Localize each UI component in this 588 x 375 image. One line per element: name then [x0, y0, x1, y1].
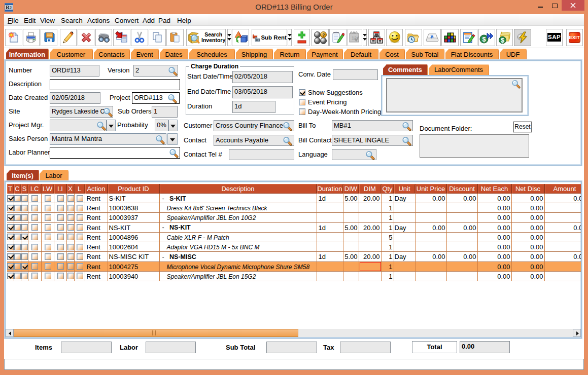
svg-text:$: $: [501, 36, 504, 44]
svg-text:?: ?: [322, 32, 325, 38]
svg-text:$: $: [482, 35, 487, 43]
